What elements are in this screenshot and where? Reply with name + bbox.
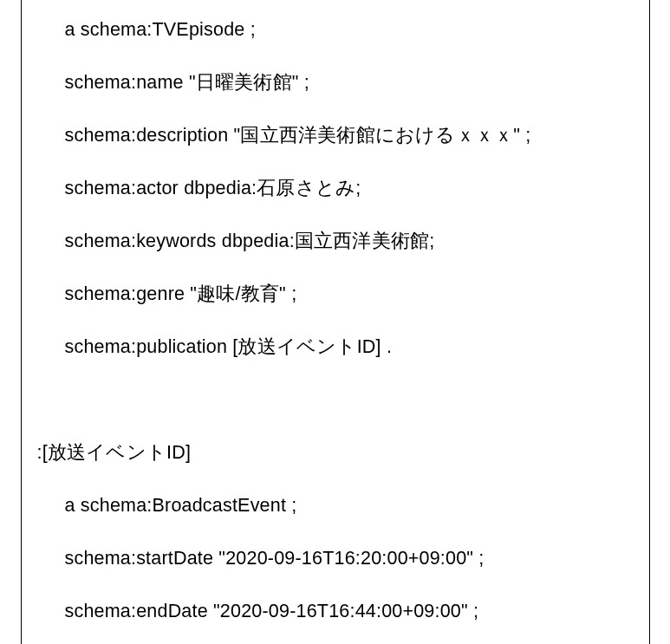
rdf-turtle-code-block: @prefix : <#>. @prefix schema: <http://s… (21, 0, 650, 644)
schema-actor-line: schema:actor dbpedia:石原さとみ; (37, 175, 634, 202)
broadcastevent-type: a schema:BroadcastEvent ; (37, 492, 634, 519)
broadcast-event-subject: :[放送イベントID] (37, 439, 634, 466)
schema-name-line: schema:name "日曜美術館" ; (37, 69, 634, 96)
schema-genre-line: schema:genre "趣味/教育" ; (37, 281, 634, 308)
schema-publication-line: schema:publication [放送イベントID] . (37, 334, 634, 361)
tvepisode-type: a schema:TVEpisode ; (37, 16, 634, 43)
blank-line (37, 387, 634, 413)
schema-enddate-line: schema:endDate "2020-09-16T16:44:00+09:0… (37, 598, 634, 625)
schema-startdate-line: schema:startDate "2020-09-16T16:20:00+09… (37, 545, 634, 572)
schema-keywords-line: schema:keywords dbpedia:国立西洋美術館; (37, 228, 634, 255)
schema-description-line: schema:description "国立西洋美術館におけるｘｘｘ" ; (37, 122, 634, 149)
